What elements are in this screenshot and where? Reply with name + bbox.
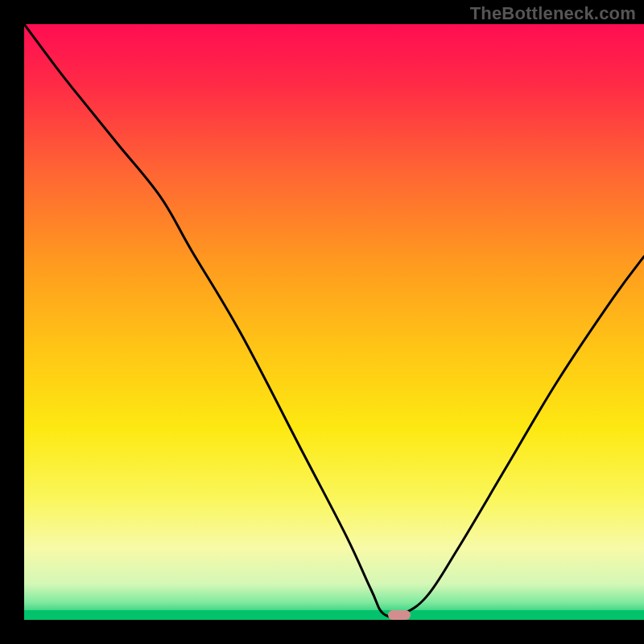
bottleneck-plot <box>24 24 644 620</box>
curve-path <box>24 24 644 617</box>
optimal-point-marker <box>388 610 411 620</box>
watermark-text: TheBottleneck.com <box>470 3 636 24</box>
bottleneck-curve <box>24 24 644 620</box>
